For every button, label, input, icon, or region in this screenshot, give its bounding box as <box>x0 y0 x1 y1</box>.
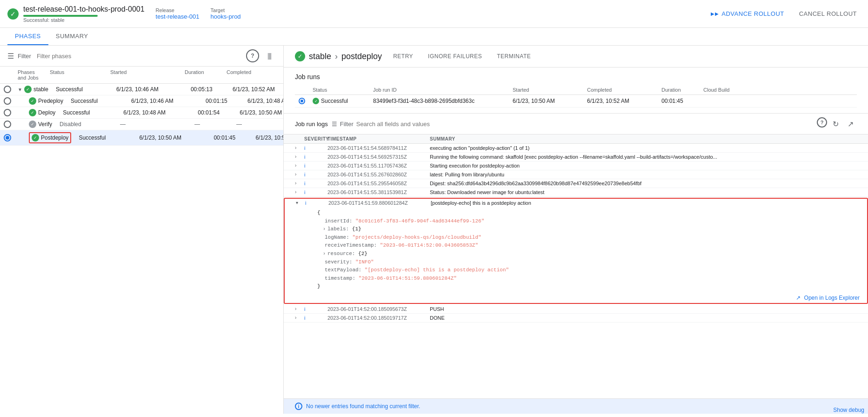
logs-help-button[interactable]: ? <box>817 117 827 128</box>
target-link[interactable]: hooks-prod <box>211 13 241 20</box>
log-severity: i <box>304 163 327 168</box>
expand-icon[interactable]: › <box>295 154 304 159</box>
logs-body: › i 2023-06-01T14:51:54.568978411Z execu… <box>284 144 868 398</box>
log-row[interactable]: › i 2023-06-01T14:51:55.267602860Z lates… <box>284 170 868 179</box>
success-check-icon: ✓ <box>7 8 19 20</box>
phase-check-icon: ✓ <box>29 121 36 128</box>
table-row[interactable]: ▼ ✓ stable Successful 6/1/23, 10:46 AM 0… <box>0 84 283 95</box>
log-row[interactable]: › i 2023-06-01T14:51:55.381153981Z Statu… <box>284 188 868 197</box>
phase-check-icon: ✓ <box>24 86 32 93</box>
phases-table-body: ▼ ✓ stable Successful 6/1/23, 10:46 AM 0… <box>0 84 283 414</box>
release-link[interactable]: test-release-001 <box>156 13 200 20</box>
columns-icon-button[interactable]: ||| <box>263 49 276 62</box>
phase-stable-label: stable <box>309 52 331 61</box>
table-row[interactable]: ✓ Deploy Successful 6/1/23, 10:48 AM 00:… <box>0 107 283 119</box>
th-completed: Completed <box>223 69 283 81</box>
phase-title: ✓ stable › postdeploy <box>295 51 382 61</box>
labels-expand-icon[interactable]: › <box>323 226 326 233</box>
release-name: test-release-001-to-hooks-prod-0001 <box>23 5 145 13</box>
target-meta: Target hooks-prod <box>211 7 241 20</box>
show-debug-link[interactable]: Show debug <box>833 407 864 413</box>
log-severity: i <box>304 181 327 186</box>
logs-search-input[interactable] <box>356 121 813 128</box>
phase-check-large-icon: ✓ <box>295 51 305 61</box>
filter-input[interactable] <box>37 53 242 60</box>
td-started: 6/1/23, 10:46 AM <box>127 98 202 104</box>
log-row[interactable]: › i 2023-06-01T14:52:00.185019717Z DONE <box>284 314 868 323</box>
expand-icon[interactable]: › <box>295 315 304 320</box>
td-duration: — <box>191 121 233 128</box>
td-name: ✓ Verify <box>25 121 56 128</box>
resource-expand-icon[interactable]: › <box>323 250 326 258</box>
logs-section: Job run logs ☰ Filter ? ↻ ↗ SEVERITY TIM… <box>284 113 868 414</box>
expand-icon[interactable]: › <box>295 306 304 311</box>
job-run-row[interactable]: ✓ Successful 83499ef3-f3d1-48c3-b898-269… <box>295 95 857 108</box>
expand-icon[interactable]: ▾ <box>296 200 305 205</box>
lth-timestamp: TIMESTAMP <box>327 136 430 141</box>
log-row[interactable]: › i 2023-06-01T14:51:55.117057436Z Start… <box>284 161 868 170</box>
jr-duration: 00:01:45 <box>658 98 700 104</box>
log-row[interactable]: › i 2023-06-01T14:51:54.569257315Z Runni… <box>284 153 868 161</box>
cancel-rollout-button[interactable]: CANCEL ROLLOUT <box>795 7 861 20</box>
log-row-highlighted[interactable]: ▾ i 2023-06-01T14:51:59.880601284Z [post… <box>284 198 868 304</box>
ignore-failures-button[interactable]: IGNORE FAILURES <box>424 51 486 61</box>
jth-select <box>295 87 309 93</box>
log-row-expanded: ▾ i 2023-06-01T14:51:59.880601284Z [post… <box>285 199 867 207</box>
td-name: ✓ Predeploy <box>25 97 67 105</box>
job-runs-section: Job runs Status Job run ID Started Compl… <box>284 67 868 113</box>
td-radio <box>0 97 14 105</box>
td-name: ✓ Postdeploy <box>25 132 75 143</box>
expand-icon[interactable]: › <box>295 145 304 150</box>
right-panel-header: ✓ stable › postdeploy RETRY IGNORE FAILU… <box>284 46 868 67</box>
logs-refresh-button[interactable]: ↻ <box>829 117 842 130</box>
job-runs-title: Job runs <box>295 73 857 81</box>
jr-id: 83499ef3-f3d1-48c3-b898-2695dbfd363c <box>369 98 509 104</box>
advance-rollout-button[interactable]: ▶▶ ADVANCE ROLLOUT <box>707 7 788 20</box>
retry-button[interactable]: RETRY <box>389 51 417 61</box>
table-row[interactable]: ✓ Predeploy Successful 6/1/23, 10:46 AM … <box>0 95 283 107</box>
td-duration: 00:01:54 <box>194 109 236 116</box>
log-summary: DONE <box>430 315 857 321</box>
jr-completed: 6/1/23, 10:52 AM <box>583 98 658 104</box>
status-label: Successful: stable <box>23 17 145 23</box>
log-summary: Starting execution for postdeploy-action <box>430 163 857 168</box>
logs-external-link-button[interactable]: ↗ <box>844 117 857 130</box>
log-summary: executing action "postdeploy-action" (1 … <box>430 145 857 151</box>
phase-check-icon: ✓ <box>32 134 39 141</box>
log-timestamp: 2023-06-01T14:51:55.267602860Z <box>327 172 430 177</box>
lth-expand <box>295 136 304 141</box>
terminate-button[interactable]: TERMINATE <box>493 51 534 61</box>
log-severity: i <box>304 306 327 312</box>
open-logs-link[interactable]: ↗ Open in Logs Explorer <box>285 293 867 303</box>
td-started: — <box>116 121 191 128</box>
expand-icon[interactable]: › <box>295 181 304 186</box>
table-row[interactable]: ✓ Postdeploy Successful 6/1/23, 10:50 AM… <box>0 130 283 146</box>
expand-icon[interactable]: › <box>295 172 304 177</box>
td-started: 6/1/23, 10:48 AM <box>120 109 194 116</box>
log-row[interactable]: › i 2023-06-01T14:52:00.185095673Z PUSH <box>284 305 868 314</box>
td-completed: 6/1/23, 10:52 AM <box>229 86 283 93</box>
title-group: ✓ test-release-001-to-hooks-prod-0001 Su… <box>7 5 145 23</box>
expand-icon[interactable]: › <box>295 189 304 195</box>
td-duration: 00:05:13 <box>187 86 229 93</box>
help-icon-button[interactable]: ? <box>246 49 259 62</box>
expand-icon[interactable]: › <box>295 163 304 168</box>
jth-cloudbuild: Cloud Build <box>700 87 857 93</box>
td-duration: 00:01:45 <box>210 135 252 141</box>
tab-summary[interactable]: SUMMARY <box>48 28 96 45</box>
table-row[interactable]: ✓ Verify Disabled — — — <box>0 119 283 130</box>
jth-completed: Completed <box>583 87 658 93</box>
tab-phases[interactable]: PHASES <box>7 28 48 45</box>
td-started: 6/1/23, 10:50 AM <box>135 135 210 141</box>
th-phases-jobs: Phases and Jobs <box>14 69 46 81</box>
log-severity: i <box>305 200 328 206</box>
logs-filter: ☰ Filter <box>332 121 813 128</box>
phases-table-header: Phases and Jobs Status Started Duration … <box>0 67 283 84</box>
log-row[interactable]: › i 2023-06-01T14:51:54.568978411Z execu… <box>284 144 868 153</box>
jth-jobrunid: Job run ID <box>369 87 509 93</box>
td-status: Disabled <box>56 121 116 128</box>
td-name: ▼ ✓ stable <box>14 86 52 93</box>
main-content: ☰ Filter ? ||| Phases and Jobs Status St… <box>0 46 868 414</box>
log-row[interactable]: › i 2023-06-01T14:51:55.295546058Z Diges… <box>284 179 868 188</box>
filter-icon-logs: ☰ <box>332 121 337 128</box>
